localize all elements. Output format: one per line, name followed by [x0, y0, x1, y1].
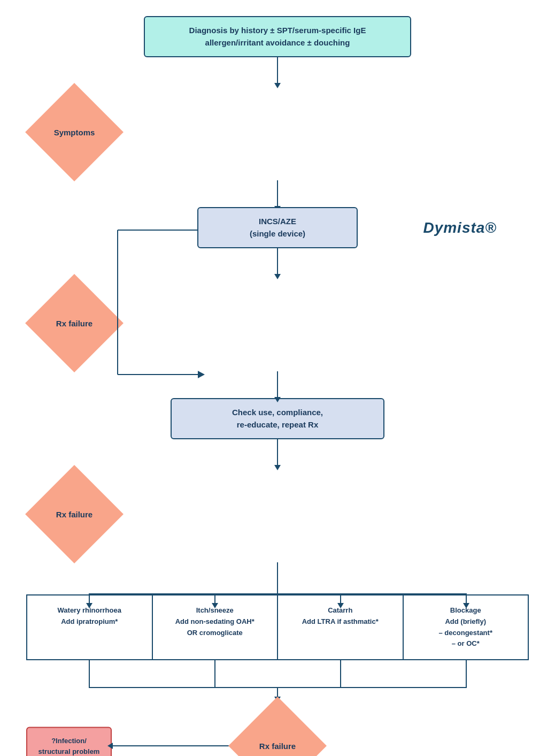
check-line2: re-educate, repeat Rx [184, 419, 371, 431]
spread-arrows [26, 562, 529, 594]
diagnosis-line1: Diagnosis by history ± SPT/serum-specifi… [161, 25, 394, 37]
dymista-label: Dymista® [423, 219, 497, 236]
rx-failure-3-diamond: Rx failure [229, 698, 326, 756]
arrow-2 [277, 180, 278, 207]
arrow-3 [277, 248, 278, 275]
incs-line2: (single device) [211, 228, 344, 240]
check-line1: Check use, compliance, [184, 407, 371, 419]
incs-row: INCS/AZE (single device) Dymista® [26, 207, 529, 248]
rx-failure-1-diamond: Rx failure [26, 275, 122, 371]
arrow-4 [277, 371, 278, 398]
infection-box: ?Infection/ structural problem [26, 727, 112, 756]
arrow-5 [277, 439, 278, 466]
check-box: Check use, compliance, re-educate, repea… [171, 398, 384, 439]
check-compliance-row: Check use, compliance, re-educate, repea… [26, 398, 529, 439]
incs-box: INCS/AZE (single device) [197, 207, 358, 248]
four-columns: Watery rhinorrhoea Add ipratropium* Itch… [26, 594, 529, 660]
infection-box-wrapper: ?Infection/ structural problem [26, 727, 112, 756]
rx-failure-3-row: ?Infection/ structural problem Rx failur… [26, 698, 529, 756]
converge-arrows [26, 660, 529, 698]
diagnosis-line2: allergen/irritant avoidance ± douching [161, 37, 394, 49]
arrow-1 [277, 57, 278, 84]
rx-failure-2-diamond: Rx failure [26, 466, 122, 562]
incs-line1: INCS/AZE [211, 216, 344, 228]
symptoms-diamond: Symptoms [26, 84, 122, 180]
top-diagnosis-box: Diagnosis by history ± SPT/serum-specifi… [26, 16, 529, 57]
